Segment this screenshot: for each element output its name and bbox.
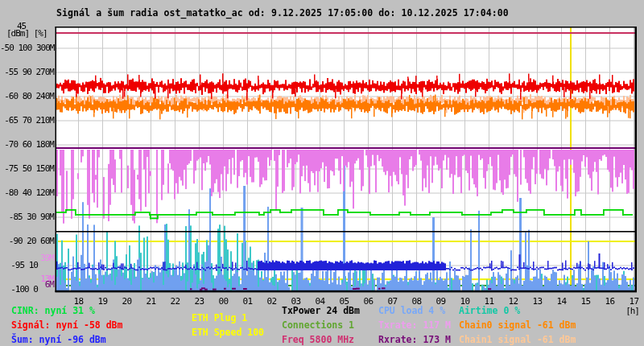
y-axis-unit-label: [dBm] [%]: [6, 28, 47, 39]
y-axis-label: -70 60 180M: [0, 140, 54, 150]
legend-connections: Connections 1: [282, 319, 354, 331]
y-axis-extra-label: 6M: [0, 280, 54, 290]
y-axis-label: -85 30 90M: [0, 212, 54, 222]
x-axis-label: 22: [166, 296, 185, 307]
x-axis-label: 13: [528, 296, 547, 307]
y-axis-label: -80 40 120M: [0, 188, 54, 198]
x-axis-label: 15: [576, 296, 596, 307]
legend-noise: Šum: nyní -96 dBm: [11, 334, 106, 345]
x-axis-label: 02: [262, 296, 282, 307]
y-axis-label: -50 100 300M: [0, 43, 54, 53]
legend-cinr: CINR: nyní 31 %: [11, 305, 95, 316]
x-axis-label: 20: [118, 296, 137, 307]
x-axis-label: 23: [190, 296, 209, 307]
legend-chain1-signal: Chain1 signal -61 dBm: [459, 334, 576, 345]
legend-signal: Signál: nyní -58 dBm: [11, 319, 122, 331]
legend-chain0-signal: Chain0 signal -61 dBm: [459, 319, 576, 331]
legend-txpower: TxPower 24 dBm: [282, 305, 360, 316]
x-axis-unit-label: [h]: [617, 306, 639, 316]
legend-rxrate: Rxrate: 173 M: [378, 334, 451, 345]
chart-plot-area: [0, 0, 644, 346]
y-axis-extra-label: 39M: [0, 253, 54, 263]
x-axis-label: 01: [238, 296, 258, 307]
y-axis-label: -90 20 60M: [0, 237, 54, 246]
legend-eth-speed: ETH Speed 100: [192, 327, 264, 338]
legend-txrate: Txrate: 117 M: [378, 319, 451, 331]
x-axis-label: 19: [93, 296, 113, 307]
legend-eth-plug: ETH Plug 1: [192, 312, 247, 323]
y-axis-label: -55 90 270M: [0, 68, 54, 77]
signal-noise-graph-page: Signál a šum radia ost_matatko_ac od: 9.…: [0, 0, 644, 346]
legend-cpu-load: CPU load 4 %: [378, 305, 445, 316]
page-title: Signál a šum radia ost_matatko_ac od: 9.…: [56, 7, 509, 19]
y-axis-label: -75 50 150M: [0, 164, 54, 174]
x-axis-label: 21: [142, 296, 161, 307]
x-axis-label: 06: [359, 296, 378, 307]
x-axis-label: 00: [214, 296, 233, 307]
y-axis-label: -60 80 240M: [0, 92, 54, 101]
x-axis-label: 14: [552, 296, 572, 307]
legend-airtime: Airtime 0 %: [459, 305, 520, 316]
legend-freq: Freq 5800 MHz: [282, 334, 354, 345]
y-axis-label: -65 70 210M: [0, 116, 54, 126]
